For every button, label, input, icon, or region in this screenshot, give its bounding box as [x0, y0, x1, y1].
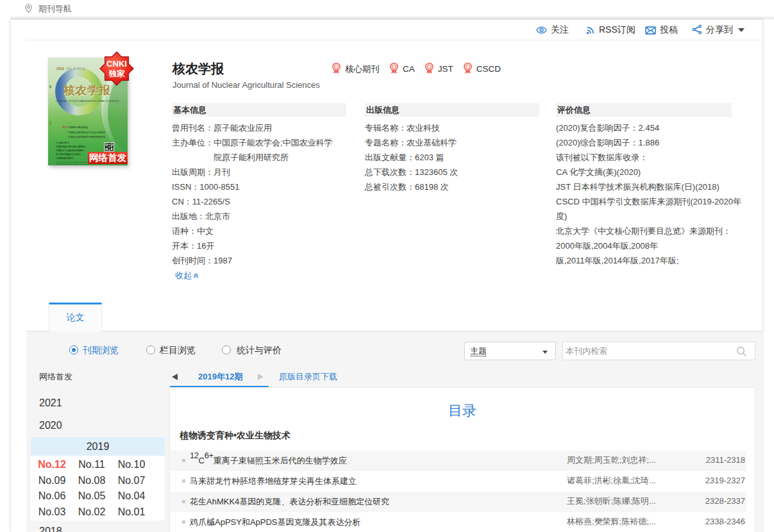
svg-text:中国精品科技期刊: 中国精品科技期刊: [56, 156, 74, 160]
svg-text:中国农业科学院农产品加工研究所: 中国农业科学院农产品加工研究所: [68, 131, 105, 134]
svg-text:中国科学引文数据库来源期刊: 中国科学引文数据库来源期刊: [56, 149, 85, 152]
svg-text:RCCSE中国核心学术期刊: RCCSE中国核心学术期刊: [56, 153, 81, 156]
svg-text:独家: 独家: [108, 69, 126, 78]
svg-text:VOL.33 NO.12: VOL.33 NO.12: [66, 67, 86, 71]
svg-text:中国原子能农学会: 中国原子能农学会: [68, 126, 88, 129]
svg-text:中国科技核心期刊(统计源期刊): 中国科技核心期刊(统计源期刊): [56, 145, 85, 148]
svg-text:中国农业科学院原子能利用研究所: 中国农业科学院原子能利用研究所: [68, 135, 105, 138]
svg-text:JOURNAL OF NUCLEAR AGRICULTURA: JOURNAL OF NUCLEAR AGRICULTURAL SCIENCES: [55, 99, 119, 103]
svg-text:主办: 主办: [62, 126, 67, 129]
svg-text:CNKI: CNKI: [106, 59, 127, 69]
svg-text:内容同步网络出版发行传播平台多元化出版: 内容同步网络出版发行传播平台多元化出版: [56, 163, 88, 165]
svg-text:中文核心期刊: 中文核心期刊: [56, 141, 69, 144]
svg-text:2019: 2019: [56, 67, 64, 71]
